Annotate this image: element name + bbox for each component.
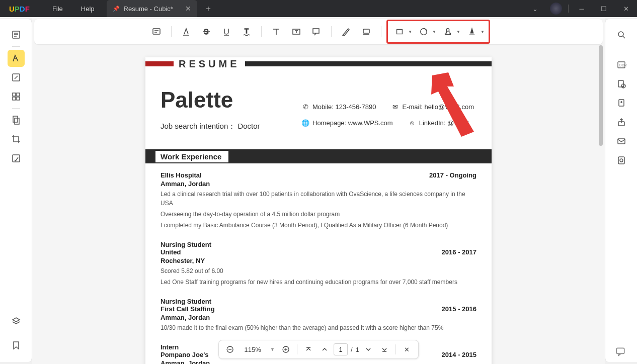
prev-page-button[interactable] xyxy=(317,342,332,356)
resume-banner: RESUME xyxy=(174,58,245,70)
entry-bullet: Scored 5.82 out of 6.00 xyxy=(161,266,476,276)
dropdown-icon[interactable]: ⌄ xyxy=(524,0,546,17)
entry-sub: First Call Staffing xyxy=(161,305,215,313)
globe-icon: 🌐 xyxy=(301,119,309,127)
pencil-icon[interactable] xyxy=(337,22,356,41)
page-tools-icon[interactable] xyxy=(8,112,25,129)
entry-bullet: Led a clinical research trial with over … xyxy=(161,190,476,208)
edit-mode-icon[interactable] xyxy=(8,69,25,86)
convert-icon[interactable] xyxy=(613,75,630,93)
entry-title: Nursing Student xyxy=(161,298,211,305)
email-text: E-mail: hello@WPS.com xyxy=(402,103,474,111)
maximize-button[interactable]: ☐ xyxy=(593,0,615,17)
svg-rect-26 xyxy=(363,29,369,33)
zoom-out-button[interactable] xyxy=(223,342,237,356)
zoom-level: 115% xyxy=(239,346,266,353)
homepage-text: Homepage: www.WPS.com xyxy=(312,119,393,127)
svg-rect-5 xyxy=(13,93,16,96)
job-value: Doctor xyxy=(237,122,260,130)
close-tab-icon[interactable]: ✕ xyxy=(185,5,191,13)
rectangle-icon[interactable] xyxy=(390,22,409,41)
minimize-button[interactable]: ─ xyxy=(571,0,593,17)
document-scroll[interactable]: RESUME Palette Job search intention： Doc… xyxy=(32,46,605,364)
close-pagectrl-button[interactable]: ✕ xyxy=(400,342,414,356)
next-page-button[interactable] xyxy=(361,342,375,356)
sticker-icon[interactable] xyxy=(414,22,433,41)
scrollbar[interactable] xyxy=(599,45,603,146)
caret-down-icon[interactable]: ▼ xyxy=(432,30,436,34)
note-icon[interactable] xyxy=(147,22,166,41)
section-title: Work Experience xyxy=(155,151,228,162)
crop-icon[interactable] xyxy=(8,131,25,148)
svg-rect-51 xyxy=(616,348,624,353)
textbox-icon[interactable] xyxy=(287,22,306,41)
entry-dates: 2016 - 2017 xyxy=(442,248,476,256)
highlight-icon[interactable] xyxy=(177,22,196,41)
page-input[interactable] xyxy=(334,343,348,355)
entry-title: Ellis Hospital xyxy=(161,171,202,179)
entry-bullet: I completed my Basic Ambulance Course (3… xyxy=(161,221,476,230)
entry-title: Nursing Student xyxy=(161,241,211,248)
separator xyxy=(568,5,569,13)
form-icon[interactable] xyxy=(8,150,25,167)
underline-icon[interactable] xyxy=(217,22,236,41)
caret-down-icon[interactable]: ▼ xyxy=(408,30,412,34)
svg-rect-6 xyxy=(17,93,20,96)
last-page-button[interactable] xyxy=(377,342,391,356)
bookmark-icon[interactable] xyxy=(8,337,25,354)
entry-location: Amman, Jordan xyxy=(161,180,476,188)
user-avatar[interactable] xyxy=(550,3,562,15)
entry-dates: 2015 - 2016 xyxy=(442,305,476,313)
signature-icon[interactable] xyxy=(462,22,482,41)
text-icon[interactable] xyxy=(267,22,286,41)
close-window-button[interactable]: ✕ xyxy=(615,0,637,17)
new-tab-button[interactable]: ＋ xyxy=(197,4,219,14)
entry-sub: United xyxy=(161,248,181,256)
pdf-page[interactable]: RESUME Palette Job search intention： Doc… xyxy=(145,57,492,364)
svg-text:T: T xyxy=(245,27,249,35)
squiggly-icon[interactable]: T xyxy=(237,22,256,41)
first-page-button[interactable] xyxy=(301,342,315,356)
svg-point-50 xyxy=(620,159,623,162)
compress-icon[interactable] xyxy=(613,95,630,112)
entry-location: Rochester, NY xyxy=(161,257,476,264)
svg-rect-48 xyxy=(618,139,625,144)
svg-line-41 xyxy=(623,36,625,38)
share-icon[interactable] xyxy=(613,114,630,131)
print-icon[interactable] xyxy=(613,152,630,169)
svg-rect-7 xyxy=(13,97,16,100)
strikethrough-icon[interactable]: S xyxy=(197,22,216,41)
document-tab[interactable]: 📌 Resume - Cubic* ✕ xyxy=(107,0,197,17)
zoom-in-button[interactable] xyxy=(279,342,293,356)
svg-point-30 xyxy=(446,29,449,31)
mail-icon: ✉ xyxy=(391,103,399,111)
organize-mode-icon[interactable] xyxy=(8,88,25,105)
entry-title: Intern xyxy=(161,343,179,351)
reader-mode-icon[interactable] xyxy=(8,26,25,43)
caret-down-icon[interactable]: ▼ xyxy=(456,30,460,34)
linkedin-icon: ⎋ xyxy=(408,119,416,127)
page-control-bar: 115% ▼ / 1 ✕ xyxy=(218,340,419,359)
svg-rect-8 xyxy=(17,97,20,100)
svg-rect-25 xyxy=(313,29,319,33)
zoom-caret-icon[interactable]: ▼ xyxy=(268,347,277,352)
page-sep: / xyxy=(351,346,353,353)
callout-icon[interactable] xyxy=(307,22,326,41)
mobile-text: Mobile: 123-456-7890 xyxy=(312,103,376,111)
svg-rect-11 xyxy=(13,155,20,162)
entry-dates: 2014 - 2015 xyxy=(442,351,476,358)
linkedin-text: LinkedIn: @WPS xyxy=(419,119,469,127)
menu-help[interactable]: Help xyxy=(72,5,104,13)
menu-file[interactable]: File xyxy=(43,5,72,13)
svg-rect-10 xyxy=(15,118,19,124)
layers-icon[interactable] xyxy=(8,313,25,330)
ocr-icon[interactable]: OCR xyxy=(613,56,630,73)
comment-mode-icon[interactable] xyxy=(8,50,25,67)
search-icon[interactable] xyxy=(613,26,630,43)
phone-icon: ✆ xyxy=(301,103,309,111)
caret-down-icon[interactable]: ▼ xyxy=(481,30,485,34)
eraser-icon[interactable] xyxy=(357,22,376,41)
comment-panel-icon[interactable] xyxy=(615,346,626,357)
stamp-icon[interactable] xyxy=(438,22,457,41)
email-icon[interactable] xyxy=(613,133,630,150)
